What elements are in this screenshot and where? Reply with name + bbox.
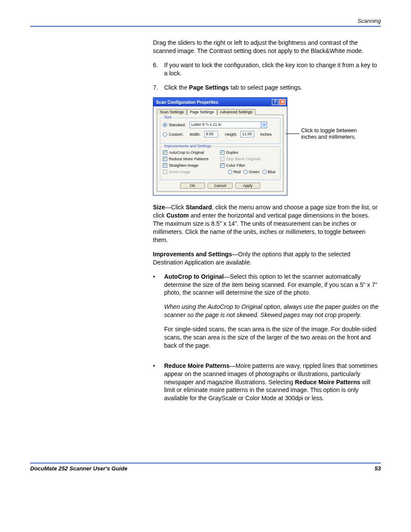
callout-text: Click to toggle between inches and milli… bbox=[301, 128, 361, 140]
color-filter-options: Red Green Blue bbox=[228, 170, 277, 174]
callout-line bbox=[286, 134, 299, 134]
autocrop-followup: For single-sided scans, the scan area is… bbox=[164, 325, 381, 350]
reduce-moire-checkbox[interactable] bbox=[163, 157, 167, 161]
size-paragraph: Size—Click Standard, click the menu arro… bbox=[153, 203, 381, 244]
section-name: Scanning bbox=[358, 18, 381, 24]
custom-label: Custom: bbox=[169, 132, 188, 137]
width-label: Width: bbox=[190, 132, 202, 137]
height-label: Height: bbox=[225, 132, 239, 137]
tabs-row: Scan Settings Page Settings Advanced Set… bbox=[157, 109, 283, 115]
custom-row: Custom: Width: 8.50 Height: 11.00 Inches bbox=[163, 131, 277, 137]
step-number: 7. bbox=[153, 84, 164, 92]
invert-checkbox bbox=[163, 170, 167, 174]
autocrop-note: When using the AutoCrop to Original opti… bbox=[164, 303, 381, 319]
bullet-body: AutoCrop to Original—Select this option … bbox=[164, 273, 381, 356]
footer-title: DocuMate 252 Scanner User's Guide bbox=[30, 465, 128, 472]
autocrop-checkbox[interactable] bbox=[163, 150, 167, 155]
dialog-buttons: OK Cancel Apply bbox=[160, 183, 280, 189]
step-text: Click the Page Settings tab to select pa… bbox=[164, 84, 381, 92]
improvements-paragraph: Improvements and Settings—Only the optio… bbox=[153, 250, 381, 267]
improvements-group-title: Improvements and Settings bbox=[163, 144, 213, 148]
bullet-body: Reduce Moire Patterns—Moire patterns are… bbox=[164, 362, 381, 402]
step-text: If you want to lock the configuration, c… bbox=[164, 61, 381, 78]
color-filter-checkbox[interactable] bbox=[220, 163, 224, 168]
blue-radio[interactable] bbox=[262, 170, 267, 174]
dialog-titlebar: Scan Configuration Properties ? ✕ bbox=[153, 98, 287, 106]
step-number: 6. bbox=[153, 61, 164, 78]
green-radio[interactable] bbox=[243, 170, 248, 174]
dialog-figure: Scan Configuration Properties ? ✕ Scan S… bbox=[153, 97, 381, 196]
main-content: Drag the sliders to the right or left to… bbox=[153, 39, 381, 402]
scan-config-dialog: Scan Configuration Properties ? ✕ Scan S… bbox=[153, 97, 287, 196]
bullet-marker: • bbox=[153, 362, 164, 402]
width-input[interactable]: 8.50 bbox=[204, 131, 218, 137]
tab-page-settings[interactable]: Page Settings bbox=[187, 109, 217, 115]
dialog-body: Scan Settings Page Settings Advanced Set… bbox=[153, 106, 287, 195]
units-toggle[interactable]: Inches bbox=[260, 132, 272, 137]
standard-radio[interactable] bbox=[163, 123, 167, 127]
standard-select[interactable]: Letter 8 ½ x 11 in ▾ bbox=[190, 121, 267, 128]
ok-button[interactable]: OK bbox=[180, 183, 205, 189]
apply-button[interactable]: Apply bbox=[235, 183, 260, 189]
bullet-reduce-moire: • Reduce Moire Patterns—Moire patterns a… bbox=[153, 362, 381, 402]
improvements-cols: AutoCrop to Original Reduce Moire Patter… bbox=[163, 150, 277, 176]
tab-advanced-settings[interactable]: Advanced Settings bbox=[217, 109, 255, 115]
standard-label: Standard: bbox=[169, 123, 188, 127]
bullet-marker: • bbox=[153, 273, 164, 356]
dialog-title: Scan Configuration Properties bbox=[156, 100, 218, 105]
size-group-title: Size bbox=[163, 115, 173, 119]
custom-radio[interactable] bbox=[163, 132, 167, 137]
step-7: 7. Click the Page Settings tab to select… bbox=[153, 84, 381, 92]
skip-blank-checkbox bbox=[220, 157, 224, 161]
tab-panel: Size Standard: Letter 8 ½ x 11 in ▾ Cust… bbox=[157, 115, 283, 192]
close-icon[interactable]: ✕ bbox=[279, 99, 286, 105]
intro-paragraph: Drag the sliders to the right or left to… bbox=[153, 39, 381, 55]
height-input[interactable]: 11.00 bbox=[240, 131, 254, 137]
titlebar-buttons: ? ✕ bbox=[272, 99, 286, 105]
cancel-button[interactable]: Cancel bbox=[208, 183, 233, 189]
left-col: AutoCrop to Original Reduce Moire Patter… bbox=[163, 150, 220, 176]
red-radio[interactable] bbox=[228, 170, 232, 174]
straighten-checkbox[interactable] bbox=[163, 163, 167, 168]
size-group: Size Standard: Letter 8 ½ x 11 in ▾ Cust… bbox=[160, 118, 280, 144]
duplex-checkbox[interactable] bbox=[220, 150, 224, 155]
callout: Click to toggle between inches and milli… bbox=[287, 97, 381, 149]
improvements-group: Improvements and Settings AutoCrop to Or… bbox=[160, 146, 280, 180]
tab-scan-settings[interactable]: Scan Settings bbox=[157, 109, 187, 115]
help-icon[interactable]: ? bbox=[272, 99, 278, 105]
page-footer: DocuMate 252 Scanner User's Guide 53 bbox=[30, 463, 381, 472]
right-col: Duplex Skip Blank Originals Color Filter… bbox=[220, 150, 277, 176]
page-number: 53 bbox=[375, 465, 381, 472]
page-header: Scanning bbox=[30, 17, 381, 27]
bullet-autocrop: • AutoCrop to Original—Select this optio… bbox=[153, 273, 381, 356]
step-6: 6. If you want to lock the configuration… bbox=[153, 61, 381, 78]
standard-row: Standard: Letter 8 ½ x 11 in ▾ bbox=[163, 121, 277, 128]
chevron-down-icon[interactable]: ▾ bbox=[261, 122, 267, 128]
